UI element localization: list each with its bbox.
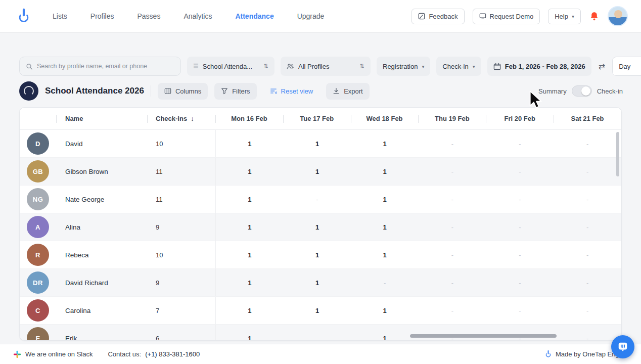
profiles-select-value: All Profiles: [298, 63, 355, 70]
day-column-header: Mon 16 Feb: [215, 115, 283, 122]
request-demo-button[interactable]: Request Demo: [473, 9, 540, 24]
summary-checkin-toggle-group: Summary Check-in: [538, 85, 623, 97]
chat-widget-button[interactable]: [611, 335, 634, 358]
date-range-picker[interactable]: Feb 1, 2026 - Feb 28, 2026: [487, 57, 591, 76]
avatar: R: [27, 244, 49, 266]
profiles-select[interactable]: All Profiles ⇅: [281, 57, 371, 76]
table-row[interactable]: NG Nate George 11 1-1---: [20, 186, 621, 213]
summary-checkin-toggle[interactable]: [572, 85, 592, 97]
vertical-scrollbar[interactable]: [616, 132, 619, 176]
checkins-value: 9: [147, 279, 215, 287]
nav-analytics[interactable]: Analytics: [184, 12, 212, 20]
name-column-label: Name: [65, 115, 83, 122]
day-cell: -: [419, 168, 486, 175]
day-column-header: Wed 18 Feb: [351, 115, 419, 122]
nav-attendance[interactable]: Attendance: [235, 12, 273, 20]
day-cells: 11---: [215, 325, 621, 341]
day-cells: 1-1---: [215, 186, 621, 213]
day-cell: 1: [351, 307, 419, 314]
day-cell: 1: [216, 140, 284, 148]
filters-label: Filters: [232, 87, 250, 95]
onetap-logo[interactable]: [15, 7, 32, 26]
table-row[interactable]: R Rebeca 10 111---: [20, 241, 621, 269]
checkin-select[interactable]: Check-in ▾: [436, 57, 481, 76]
name-column-header[interactable]: Name: [56, 115, 147, 122]
list-select[interactable]: ☰ School Attenda... ⇅: [187, 57, 274, 76]
contact-label: Contact us:: [108, 350, 141, 358]
swap-dates-button[interactable]: ⇄: [598, 62, 606, 71]
day-cell: -: [419, 196, 486, 203]
export-button[interactable]: Export: [326, 83, 370, 100]
nav-upgrade[interactable]: Upgrade: [297, 12, 325, 20]
checkin-toggle-label: Check-in: [597, 87, 623, 95]
monitor-icon: [479, 13, 486, 20]
avatar: E: [27, 327, 49, 341]
footer: We are online on Slack Contact us: (+1) …: [0, 344, 641, 364]
summary-toggle-label: Summary: [538, 87, 567, 95]
day-cell: -: [419, 307, 486, 314]
day-cell: -: [554, 196, 621, 203]
day-cell: -: [554, 279, 621, 287]
day-cell: 1: [284, 223, 351, 231]
nav-passes[interactable]: Passes: [137, 12, 160, 20]
table-row[interactable]: A Alina 9 111---: [20, 213, 621, 241]
feedback-button[interactable]: Feedback: [411, 9, 464, 24]
profile-name: Nate George: [56, 196, 147, 203]
filter-funnel-icon: [221, 87, 228, 95]
user-avatar[interactable]: [608, 6, 628, 26]
table-row[interactable]: C Carolina 7 111---: [20, 297, 621, 325]
main-menu: Lists Profiles Passes Analytics Attendan…: [53, 12, 324, 20]
day-cell: -: [554, 168, 621, 175]
table-row[interactable]: E Erik 6 11---: [20, 325, 621, 341]
feedback-pencil-icon: [418, 13, 425, 20]
table-row[interactable]: GB Gibson Brown 11 111---: [20, 158, 621, 186]
day-cell: 1: [351, 223, 419, 231]
day-cell: 1: [284, 279, 351, 287]
request-demo-label: Request Demo: [490, 13, 534, 20]
day-cell: -: [486, 140, 554, 148]
reset-view-label: Reset view: [281, 87, 313, 95]
slack-status[interactable]: We are online on Slack: [13, 350, 93, 358]
day-cell: 1: [216, 223, 284, 231]
table-header: Name Check-ins ↓ Mon 16 Feb Tue 17 Feb W…: [20, 108, 621, 130]
contact-phone[interactable]: (+1) 833-381-1600: [145, 350, 200, 358]
search-input[interactable]: [37, 63, 174, 70]
list-icon: ☰: [193, 63, 199, 70]
search-box[interactable]: [19, 57, 181, 76]
notification-bell-icon[interactable]: [589, 11, 600, 22]
top-navigation: Lists Profiles Passes Analytics Attendan…: [0, 0, 641, 32]
table-row[interactable]: D David 10 111---: [20, 130, 621, 158]
avatar-cell: R: [20, 244, 56, 266]
columns-button[interactable]: Columns: [158, 83, 208, 100]
day-cell: 1: [351, 140, 419, 148]
avatar: C: [27, 299, 49, 322]
day-granularity-select[interactable]: Day: [612, 57, 641, 76]
reset-view-icon: [270, 87, 277, 95]
avatar-cell: C: [20, 299, 56, 322]
avatar: DR: [27, 271, 49, 294]
table-body: D David 10 111--- GB Gibson Brown 11 111…: [20, 130, 621, 341]
reset-view-button[interactable]: Reset view: [263, 83, 320, 100]
nav-profiles[interactable]: Profiles: [90, 12, 114, 20]
registration-select[interactable]: Registration ▾: [377, 57, 430, 76]
horizontal-scrollbar[interactable]: [410, 334, 557, 338]
nav-lists[interactable]: Lists: [53, 12, 67, 20]
day-cell: 1: [351, 251, 419, 259]
export-download-icon: [333, 87, 340, 95]
day-cell: 1: [216, 335, 284, 341]
avatar: GB: [27, 160, 49, 183]
day-cell: 1: [284, 168, 351, 175]
day-cell: -: [486, 307, 554, 314]
checkins-column-header[interactable]: Check-ins ↓: [147, 115, 215, 122]
day-cell: 1: [216, 279, 284, 287]
day-cell: -: [419, 223, 486, 231]
day-cell: -: [554, 223, 621, 231]
day-cell: 1: [216, 168, 284, 175]
filters-button[interactable]: Filters: [214, 83, 256, 100]
chat-bubble-icon: [617, 341, 628, 352]
day-cell: -: [351, 279, 419, 287]
checkins-value: 9: [147, 223, 215, 231]
table-row[interactable]: DR David Richard 9 11----: [20, 269, 621, 297]
checkins-value: 10: [147, 140, 215, 148]
help-button[interactable]: Help ▾: [548, 9, 581, 24]
